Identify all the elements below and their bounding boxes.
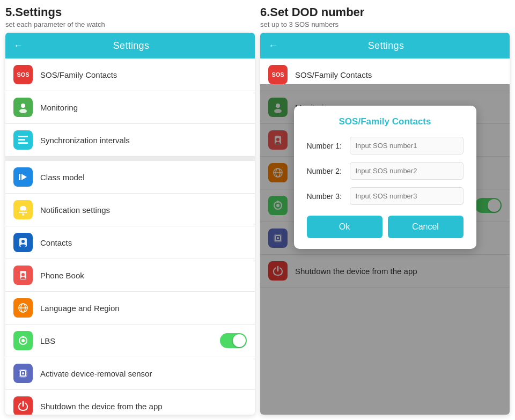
left-settings-list: SOS SOS/Family Contacts Monitoring: [5, 58, 255, 415]
language-icon: [13, 298, 33, 318]
phonebook-label: Phone Book: [40, 271, 247, 280]
phonebook-icon: [13, 266, 33, 285]
left-item-shutdown[interactable]: Shutdown the device from the app: [5, 390, 255, 415]
svg-point-9: [22, 210, 24, 212]
class-icon: [13, 167, 33, 187]
left-panel-subtitle: set each parameter of the watch: [5, 20, 255, 28]
left-panel: 5.Settings set each parameter of the wat…: [5, 5, 255, 415]
left-item-contacts[interactable]: Contacts: [5, 226, 255, 259]
modal-label-1: Number 1:: [307, 142, 350, 150]
section-divider-1: [5, 157, 255, 161]
svg-rect-4: [18, 142, 28, 144]
modal-buttons: Ok Cancel: [307, 216, 464, 238]
modal-cancel-button[interactable]: Cancel: [388, 216, 464, 238]
svg-point-1: [19, 109, 27, 113]
lbs-toggle-knob: [233, 334, 246, 347]
modal-field-2: Number 2:: [307, 162, 464, 180]
shutdown-icon: [13, 396, 33, 415]
lbs-toggle-container: [220, 333, 247, 348]
left-item-class[interactable]: Class model: [5, 161, 255, 194]
svg-point-12: [21, 240, 25, 243]
left-item-language[interactable]: Language and Region: [5, 292, 255, 325]
lbs-toggle[interactable]: [220, 333, 247, 348]
svg-point-8: [20, 210, 22, 212]
right-back-button[interactable]: ←: [268, 40, 278, 51]
notification-label: Notification settings: [40, 205, 247, 215]
lbs-label: LBS: [40, 336, 220, 345]
svg-point-10: [24, 210, 26, 212]
sos-icon: SOS: [13, 65, 33, 84]
modal-ok-button[interactable]: Ok: [307, 216, 382, 238]
left-screen-title: Settings: [28, 40, 234, 51]
right-settings-list: SOS SOS/Family Contacts Monitori...: [260, 58, 510, 415]
modal-field-3: Number 3:: [307, 187, 464, 205]
notification-icon: [13, 200, 33, 219]
modal-overlay: SOS/Family Contacts Number 1: Number 2: …: [260, 84, 510, 415]
modal-input-3[interactable]: [350, 187, 464, 205]
svg-point-0: [21, 104, 25, 108]
left-item-sync[interactable]: Synchronization intervals: [5, 124, 255, 157]
left-screen-header: ← Settings: [5, 33, 255, 58]
svg-point-13: [20, 245, 26, 247]
svg-rect-6: [19, 174, 20, 180]
shutdown-label: Shutdown the device from the app: [40, 402, 247, 411]
right-screen-title: Settings: [283, 40, 489, 51]
svg-marker-5: [21, 174, 27, 180]
modal-field-1: Number 1:: [307, 137, 464, 154]
right-sos-label: SOS/Family Contacts: [295, 70, 502, 79]
sos-modal: SOS/Family Contacts Number 1: Number 2: …: [294, 106, 476, 249]
left-item-phonebook[interactable]: Phone Book: [5, 259, 255, 292]
lbs-icon: [13, 331, 33, 350]
left-panel-title: 5.Settings: [5, 5, 255, 19]
modal-title: SOS/Family Contacts: [307, 116, 464, 127]
svg-point-24: [22, 372, 24, 374]
right-panel-title: 6.Set DOD number: [260, 5, 510, 19]
left-item-monitoring[interactable]: Monitoring: [5, 91, 255, 124]
left-item-lbs[interactable]: LBS: [5, 325, 255, 357]
left-item-notification[interactable]: Notification settings: [5, 194, 255, 226]
svg-rect-2: [18, 136, 28, 137]
class-label: Class model: [40, 173, 247, 182]
language-label: Language and Region: [40, 304, 247, 313]
contacts-icon: [13, 233, 33, 252]
right-panel: 6.Set DOD number set up to 3 SOS numbers…: [260, 5, 510, 415]
right-phone-screen: ← Settings SOS SOS/Family Contacts: [260, 33, 510, 415]
sensor-label: Activate device-removal sensor: [40, 369, 247, 378]
svg-point-20: [21, 339, 25, 342]
contacts-label: Contacts: [40, 238, 247, 247]
sensor-icon: [13, 364, 33, 383]
left-phone-screen: ← Settings SOS SOS/Family Contacts: [5, 33, 255, 415]
right-screen-header: ← Settings: [260, 33, 510, 58]
left-back-button[interactable]: ←: [13, 40, 23, 51]
sync-label: Synchronization intervals: [40, 136, 247, 145]
modal-input-2[interactable]: [350, 162, 464, 180]
svg-point-15: [21, 273, 25, 276]
svg-rect-3: [18, 139, 25, 141]
monitoring-icon: [13, 98, 33, 117]
modal-input-1[interactable]: [350, 137, 464, 154]
sos-label: SOS/Family Contacts: [40, 70, 247, 79]
left-item-sos[interactable]: SOS SOS/Family Contacts: [5, 58, 255, 91]
modal-label-2: Number 2:: [307, 167, 350, 175]
right-panel-subtitle: set up to 3 SOS numbers: [260, 20, 510, 28]
monitoring-label: Monitoring: [40, 103, 247, 112]
svg-point-7: [22, 213, 24, 216]
right-sos-icon: SOS: [268, 65, 288, 84]
left-item-sensor[interactable]: Activate device-removal sensor: [5, 357, 255, 390]
sync-icon: [13, 130, 33, 150]
modal-label-3: Number 3:: [307, 192, 350, 201]
